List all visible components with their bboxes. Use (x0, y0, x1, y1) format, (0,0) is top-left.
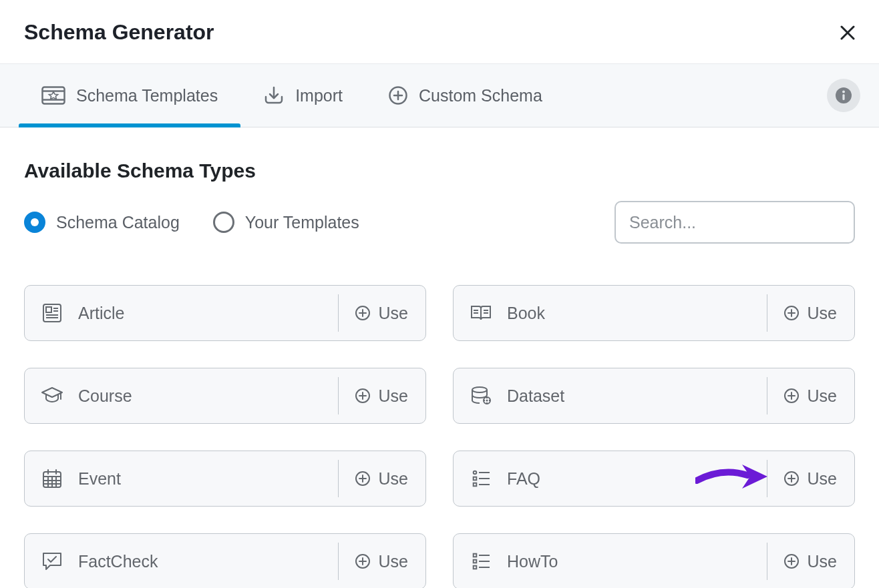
svg-rect-58 (474, 483, 477, 487)
plus-circle-icon (355, 305, 371, 321)
svg-rect-11 (842, 94, 844, 100)
ticket-icon (41, 86, 65, 105)
radio-your-templates[interactable]: Your Templates (213, 212, 359, 233)
use-label: Use (379, 552, 408, 571)
use-button[interactable]: Use (338, 543, 425, 580)
use-button[interactable]: Use (767, 377, 854, 414)
tab-import[interactable]: Import (240, 64, 365, 127)
card-event[interactable]: Event Use (24, 451, 426, 507)
radio-icon (213, 212, 234, 233)
svg-rect-2 (43, 87, 65, 104)
radio-schema-catalog[interactable]: Schema Catalog (24, 212, 180, 233)
use-label: Use (808, 552, 837, 571)
svg-rect-56 (474, 477, 477, 481)
template-grid: Article Use (24, 285, 855, 588)
howto-icon (470, 551, 492, 571)
course-icon (41, 386, 63, 406)
card-course[interactable]: Course Use (24, 368, 426, 424)
card-dataset[interactable]: Dataset Use (453, 368, 855, 424)
section-title: Available Schema Types (24, 160, 855, 182)
faq-icon (470, 469, 492, 489)
import-icon (263, 86, 285, 105)
svg-point-54 (474, 471, 477, 475)
radio-icon (24, 212, 45, 233)
plus-circle-icon (783, 553, 800, 569)
use-button[interactable]: Use (338, 460, 425, 497)
card-faq[interactable]: FAQ Use (453, 451, 855, 507)
article-icon (41, 303, 63, 323)
use-button[interactable]: Use (767, 460, 854, 497)
annotation-arrow-icon (695, 461, 769, 497)
tab-label: Schema Templates (76, 86, 218, 105)
dialog-title: Schema Generator (24, 20, 214, 45)
event-icon (41, 469, 63, 489)
svg-rect-13 (46, 307, 51, 312)
book-icon (470, 304, 492, 322)
use-label: Use (808, 469, 837, 489)
use-label: Use (808, 386, 837, 406)
radio-label: Your Templates (245, 213, 359, 232)
card-label: Course (78, 386, 132, 406)
close-button[interactable] (840, 25, 855, 40)
plus-circle-icon (783, 305, 800, 321)
tab-bar: Schema Templates Import Custom Schema (0, 63, 879, 127)
card-label: HowTo (507, 552, 558, 571)
svg-point-34 (486, 400, 488, 402)
info-icon (835, 87, 852, 104)
use-label: Use (379, 386, 408, 406)
svg-point-10 (842, 91, 845, 93)
plus-circle-icon (388, 85, 408, 105)
svg-marker-60 (742, 465, 767, 489)
card-factcheck[interactable]: FactCheck Use (24, 533, 426, 588)
search-input[interactable] (614, 201, 855, 244)
card-label: Dataset (507, 386, 564, 406)
use-button[interactable]: Use (767, 543, 854, 580)
card-label: Event (78, 469, 121, 489)
use-button[interactable]: Use (767, 294, 854, 332)
plus-circle-icon (783, 388, 800, 404)
dialog-header: Schema Generator (0, 0, 879, 63)
plus-circle-icon (355, 471, 371, 487)
dataset-icon (470, 386, 492, 406)
card-howto[interactable]: HowTo Use (453, 533, 855, 588)
card-label: Article (78, 304, 124, 323)
content-area: Available Schema Types Schema Catalog Yo… (0, 127, 879, 588)
tab-custom-schema[interactable]: Custom Schema (365, 64, 565, 127)
svg-rect-69 (474, 560, 477, 563)
info-button[interactable] (827, 79, 860, 112)
card-label: FactCheck (78, 552, 158, 571)
card-article[interactable]: Article Use (24, 285, 426, 341)
factcheck-icon (41, 551, 63, 571)
tab-schema-templates[interactable]: Schema Templates (19, 64, 240, 127)
card-label: Book (507, 304, 545, 323)
use-label: Use (808, 304, 837, 323)
card-label: FAQ (507, 469, 540, 489)
plus-circle-icon (355, 553, 371, 569)
plus-circle-icon (355, 388, 371, 404)
tab-label: Custom Schema (419, 86, 542, 105)
radio-label: Schema Catalog (56, 213, 180, 232)
close-icon (840, 25, 855, 40)
use-label: Use (379, 304, 408, 323)
use-label: Use (379, 469, 408, 489)
use-button[interactable]: Use (338, 294, 425, 332)
tab-label: Import (295, 86, 343, 105)
svg-rect-67 (474, 554, 477, 557)
use-button[interactable]: Use (338, 377, 425, 414)
plus-circle-icon (783, 471, 800, 487)
filter-row: Schema Catalog Your Templates (24, 201, 855, 244)
svg-rect-71 (474, 566, 477, 569)
card-book[interactable]: Book Use (453, 285, 855, 341)
svg-point-32 (472, 387, 487, 392)
